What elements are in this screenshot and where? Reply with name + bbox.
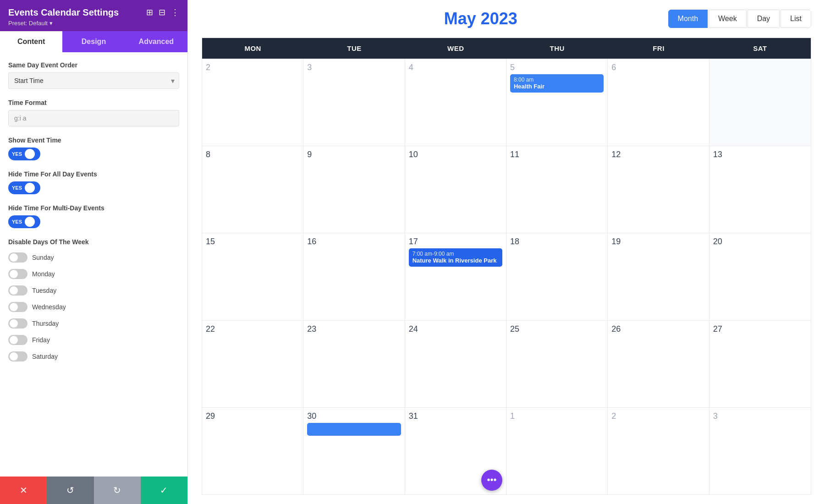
sunday-label: Sunday [32,254,54,261]
view-week-button[interactable]: Week [709,10,747,28]
sunday-toggle[interactable] [8,252,28,263]
show-event-time-group: Show Event Time YES [8,137,179,160]
panel-content: Same Day Event Order Start Time End Time… [0,52,187,477]
cal-cell-may19: 19 [608,233,709,320]
toggle-yes-label3: YES [12,219,22,225]
view-month-button[interactable]: Month [668,10,708,28]
calendar-grid: MON TUE WED THU FRI SAT 2 3 4 5 [202,38,811,495]
same-day-event-order-group: Same Day Event Order Start Time End Time… [8,61,179,89]
cal-cell-may24: 24 [405,321,506,407]
day-num-30: 30 [307,411,401,421]
day-num-2: 2 [206,63,299,72]
saturday-toggle[interactable] [8,351,28,362]
undo-button[interactable]: ↺ [47,477,94,504]
event-health-fair-time: 8:00 am [514,77,600,83]
wednesday-toggle[interactable] [8,302,28,312]
saturday-label: Saturday [32,353,58,360]
hide-time-multiday-toggle[interactable]: YES [8,215,40,228]
day-row-saturday: Saturday [8,348,179,365]
day-num-12: 12 [611,150,705,159]
panel-header: Events Calendar Settings Preset: Default… [0,0,187,31]
view-buttons: Month Week Day List [668,10,811,28]
day-num-10: 10 [409,150,502,159]
thursday-label: Thursday [32,320,59,327]
cal-cell-may8: 8 [202,146,303,233]
redo-button[interactable]: ↻ [94,477,141,504]
hide-time-multiday-toggle-row: YES [8,215,179,228]
header-mon: MON [202,38,303,59]
day-row-tuesday: Tuesday [8,282,179,299]
toggle-knob2 [25,183,35,193]
view-list-button[interactable]: List [781,10,811,28]
hide-time-multiday-group: Hide Time For Multi-Day Events YES [8,204,179,228]
more-icon[interactable]: ⋮ [171,7,179,17]
event-health-fair-name: Health Fair [514,83,600,90]
header-fri: FRI [608,38,709,59]
cal-cell-jun2: 2 [608,408,709,494]
tab-advanced[interactable]: Advanced [125,31,187,52]
view-day-button[interactable]: Day [748,10,780,28]
cal-cell-jun1: 1 [506,408,608,494]
cal-cell-may4: 4 [405,59,506,146]
cal-cell-may20: 20 [710,233,811,320]
save-button[interactable]: ✓ [141,477,187,504]
monday-label: Monday [32,270,55,278]
cal-cell-may10: 10 [405,146,506,233]
toggle-knob3 [25,217,35,227]
header-wed: WED [405,38,506,59]
cal-cell-may26: 26 [608,321,709,407]
thursday-toggle[interactable] [8,318,28,329]
cal-cell-may22: 22 [202,321,303,407]
same-day-event-order-select[interactable]: Start Time End Time Title ID [8,72,179,89]
day-num-24: 24 [409,324,502,334]
tuesday-label: Tuesday [32,287,56,294]
day-row-wednesday: Wednesday [8,299,179,315]
show-event-time-toggle[interactable]: YES [8,148,40,160]
event-health-fair[interactable]: 8:00 am Health Fair [510,74,604,93]
minimize-icon[interactable]: ⊟ [159,7,165,17]
event-nature-walk[interactable]: 7:00 am-9:00 am Nature Walk in Riverside… [409,248,502,267]
restore-icon[interactable]: ⊞ [146,7,153,17]
event-nature-walk-name: Nature Walk in Riverside Park [412,257,499,264]
show-event-time-toggle-row: YES [8,148,179,160]
calendar-title: May 2023 [444,9,517,28]
cal-cell-may12: 12 [608,146,709,233]
event-may30[interactable] [307,423,401,436]
hide-time-allday-toggle[interactable]: YES [8,181,40,194]
tab-content[interactable]: Content [0,31,62,52]
cal-cell-may23: 23 [303,321,405,407]
day-num-3: 3 [307,63,401,72]
header-sat: SAT [710,38,811,59]
time-format-input[interactable] [8,110,179,126]
same-day-event-order-select-wrapper: Start Time End Time Title ID ▾ [8,72,179,89]
cal-cell-may9: 9 [303,146,405,233]
event-nature-walk-time: 7:00 am-9:00 am [412,251,499,257]
cal-cell-may16: 16 [303,233,405,320]
calendar-week-3: 15 16 17 7:00 am-9:00 am Nature Walk in … [202,233,811,320]
fab-button[interactable]: ••• [481,470,502,491]
friday-label: Friday [32,336,50,344]
calendar-week-1: 2 3 4 5 8:00 am Health Fair 6 [202,59,811,146]
panel-title: Events Calendar Settings [8,7,119,18]
tab-design[interactable]: Design [62,31,125,52]
day-num-8: 8 [206,150,299,159]
cal-cell-may29: 29 [202,408,303,494]
cancel-button[interactable]: ✕ [0,477,47,504]
day-num-26: 26 [611,324,705,334]
cal-cell-may17: 17 7:00 am-9:00 am Nature Walk in Rivers… [405,233,506,320]
day-num-16: 16 [307,237,401,247]
day-num-4: 4 [409,63,502,72]
header-thu: THU [506,38,608,59]
panel-preset[interactable]: Preset: Default ▾ [8,20,119,27]
calendar-week-4: 22 23 24 25 26 27 [202,320,811,407]
day-num-25: 25 [510,324,604,334]
day-num-23: 23 [307,324,401,334]
calendar-body: 2 3 4 5 8:00 am Health Fair 6 [202,59,811,494]
day-num-jun3: 3 [713,411,807,421]
panel-tabs: Content Design Advanced [0,31,187,52]
tuesday-toggle[interactable] [8,285,28,296]
hide-time-allday-label: Hide Time For All Day Events [8,170,179,178]
monday-toggle[interactable] [8,269,28,279]
toggle-knob [25,149,35,159]
friday-toggle[interactable] [8,335,28,345]
